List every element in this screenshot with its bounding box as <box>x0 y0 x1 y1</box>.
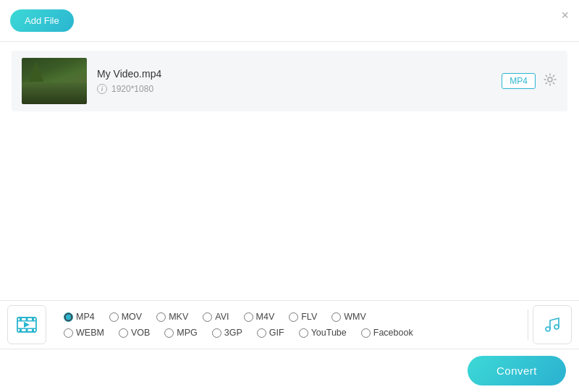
svg-rect-8 <box>26 329 28 332</box>
format-option-wmv[interactable]: WMV <box>324 310 373 324</box>
format-radio-youtube[interactable] <box>299 328 308 338</box>
convert-button[interactable]: Convert <box>468 356 566 385</box>
format-radio-webm[interactable] <box>64 328 73 338</box>
format-option-facebook[interactable]: Facebook <box>354 325 420 340</box>
format-radio-3gp[interactable] <box>212 328 221 338</box>
bottom-bar: Convert <box>0 349 579 392</box>
format-option-mov[interactable]: MOV <box>102 310 149 324</box>
svg-point-0 <box>548 77 552 82</box>
film-icon <box>15 313 38 336</box>
svg-rect-9 <box>32 329 34 332</box>
format-option-flv[interactable]: FLV <box>282 310 324 324</box>
file-info: My Video.mp4 i 1920*1080 <box>97 68 491 94</box>
format-panel-inner: MP4 MOV MKV AVI M4V <box>7 305 572 344</box>
gear-icon <box>543 72 557 87</box>
settings-button[interactable] <box>543 72 557 90</box>
format-radio-mov[interactable] <box>109 312 119 322</box>
format-radio-wmv[interactable] <box>331 312 341 322</box>
format-radio-mp4[interactable] <box>64 312 73 322</box>
audio-tab-icon[interactable] <box>533 305 572 344</box>
format-option-mkv[interactable]: MKV <box>149 310 195 324</box>
thumbnail-image <box>22 58 87 104</box>
format-option-m4v[interactable]: M4V <box>237 310 282 324</box>
music-icon <box>543 315 562 334</box>
format-radio-flv[interactable] <box>289 312 298 322</box>
format-badge-button[interactable]: MP4 <box>502 73 536 89</box>
format-option-mpg[interactable]: MPG <box>157 325 204 340</box>
info-icon: i <box>97 84 107 94</box>
svg-rect-6 <box>32 318 34 320</box>
format-radio-gif[interactable] <box>257 328 266 338</box>
format-option-vob[interactable]: VOB <box>111 325 157 340</box>
format-option-youtube[interactable]: YouTube <box>292 325 354 340</box>
format-radio-vob[interactable] <box>119 328 128 338</box>
format-row-2: WEBM VOB MPG 3GP GIF <box>56 325 528 340</box>
format-options: MP4 MOV MKV AVI M4V <box>56 310 528 340</box>
format-option-avi[interactable]: AVI <box>195 310 236 324</box>
video-tab-icon[interactable] <box>7 305 46 344</box>
svg-rect-2 <box>17 320 36 322</box>
file-actions: MP4 <box>502 72 557 90</box>
format-option-mp4[interactable]: MP4 <box>56 310 102 324</box>
file-meta: i 1920*1080 <box>97 84 491 94</box>
format-option-3gp[interactable]: 3GP <box>205 325 250 340</box>
add-file-button[interactable]: Add File <box>10 9 74 32</box>
format-radio-mpg[interactable] <box>164 328 174 338</box>
svg-marker-10 <box>24 322 30 328</box>
format-option-webm[interactable]: WEBM <box>56 325 111 340</box>
file-name: My Video.mp4 <box>97 68 491 80</box>
format-panel-separator <box>528 310 529 340</box>
title-bar: Add File × <box>0 0 579 42</box>
format-panel: MP4 MOV MKV AVI M4V <box>0 300 579 349</box>
format-row-1: MP4 MOV MKV AVI M4V <box>56 310 528 324</box>
format-radio-facebook[interactable] <box>361 328 371 338</box>
file-resolution: 1920*1080 <box>111 84 153 94</box>
format-option-gif[interactable]: GIF <box>250 325 292 340</box>
file-list: My Video.mp4 i 1920*1080 MP4 <box>0 42 579 244</box>
svg-rect-3 <box>17 328 36 330</box>
format-radio-mkv[interactable] <box>156 312 166 322</box>
file-thumbnail <box>22 58 87 104</box>
format-radio-avi[interactable] <box>203 312 212 322</box>
svg-rect-4 <box>20 318 22 320</box>
svg-rect-5 <box>26 318 28 320</box>
close-button[interactable]: × <box>561 9 569 22</box>
file-item: My Video.mp4 i 1920*1080 MP4 <box>12 51 567 111</box>
format-radio-m4v[interactable] <box>244 312 253 322</box>
svg-rect-7 <box>20 329 22 332</box>
